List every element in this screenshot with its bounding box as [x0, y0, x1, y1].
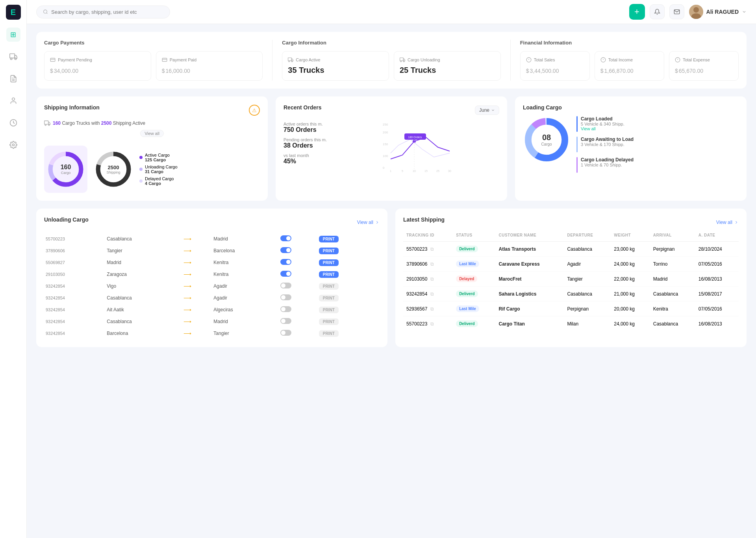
- cargo-view-all-link[interactable]: View all: [581, 126, 596, 131]
- table-row: 52936567 ⧉ Last Mile Rif Cargo Perpignan…: [403, 301, 739, 316]
- payment-paid-card: Payment Paid $16,000.00: [156, 51, 263, 81]
- month-selector[interactable]: June: [475, 105, 499, 115]
- copy-icon[interactable]: ⧉: [430, 261, 434, 267]
- date-cell: 28/10/2024: [695, 242, 739, 257]
- toggle-switch[interactable]: [280, 235, 291, 241]
- print-button[interactable]: PRINT: [319, 330, 339, 337]
- svg-text:1: 1: [390, 170, 391, 172]
- departure-cell: Perpignan: [564, 301, 611, 316]
- arrow-icon: ⟶: [182, 280, 212, 292]
- cargo-unloading-header: Cargo Unloading: [400, 57, 495, 63]
- orders-header: Recent Orders June: [284, 104, 499, 116]
- summary-row: Cargo Payments Payment Pending $34,000.0…: [36, 32, 747, 89]
- weight-cell: 23,000 kg: [611, 242, 650, 257]
- cargo-unloading-card: Cargo Unloading 25 Trucks: [394, 51, 501, 81]
- tracking-id: 93242854: [44, 304, 105, 316]
- print-button[interactable]: PRINT: [319, 259, 339, 266]
- total-sales-header: Total Sales: [526, 57, 584, 63]
- shipping-view-all-btn[interactable]: View all: [716, 220, 739, 225]
- print-button[interactable]: PRINT: [319, 271, 339, 278]
- payment-paid-header: Payment Paid: [162, 57, 257, 63]
- svg-line-10: [46, 13, 47, 14]
- legend-dot: [139, 168, 143, 171]
- print-button[interactable]: PRINT: [319, 318, 339, 325]
- sidebar-item-settings[interactable]: [6, 138, 20, 152]
- date-cell: 07/05/2016: [695, 301, 739, 316]
- legend-item: Delayed Cargo4 Cargo: [139, 176, 178, 186]
- notification-bell-button[interactable]: [650, 4, 665, 19]
- content-area: Cargo Payments Payment Pending $34,000.0…: [27, 24, 756, 538]
- toggle-switch[interactable]: [280, 306, 291, 312]
- svg-point-23: [403, 61, 404, 62]
- toggle-switch[interactable]: [280, 259, 291, 265]
- svg-point-35: [48, 124, 50, 126]
- sidebar-item-history[interactable]: [6, 116, 20, 130]
- sidebar: E ⊞: [0, 0, 27, 538]
- column-header: WEIGHT: [611, 233, 650, 242]
- copy-icon[interactable]: ⧉: [430, 291, 434, 297]
- customer-cell: Atlas Transports: [495, 242, 564, 257]
- status-cell: Delayed: [453, 272, 495, 287]
- weight-cell: 20,000 kg: [611, 301, 650, 316]
- cargo-payments-title: Cargo Payments: [44, 40, 263, 46]
- cargo-detail-text: Cargo Loaded 5 Vehicle & 340 Shipp. View…: [581, 116, 624, 132]
- user-name: Ali RAGUED: [706, 9, 739, 15]
- copy-icon[interactable]: ⧉: [430, 306, 434, 312]
- toggle-switch[interactable]: [280, 294, 291, 300]
- from-city: Casablanca: [105, 233, 182, 245]
- search-input[interactable]: [51, 9, 163, 15]
- cargo-unloading-icon: [400, 57, 405, 63]
- loading-cargo-donut-label: 08 Cargo: [541, 133, 552, 146]
- sidebar-item-users[interactable]: [6, 94, 20, 108]
- column-header: ARRIVAL: [650, 233, 695, 242]
- svg-point-2: [15, 58, 16, 59]
- svg-rect-16: [162, 58, 167, 61]
- cargo-detail-item: Cargo Loading Delayed 1 Vehicle & 70 Shi…: [576, 157, 739, 173]
- to-city: Kenitra: [212, 257, 278, 268]
- unloading-view-all[interactable]: View all: [357, 220, 380, 225]
- avatar: [689, 5, 703, 19]
- cargo-legend: Active Cargo125 CargoUnloading Cargo31 C…: [139, 153, 178, 186]
- user-profile[interactable]: Ali RAGUED: [689, 5, 747, 19]
- svg-point-9: [44, 10, 47, 13]
- sidebar-item-dashboard[interactable]: ⊞: [6, 28, 20, 42]
- table-row: 55700223 ⧉ Deliverd Cargo Titan Milan 24…: [403, 316, 739, 331]
- toggle-switch[interactable]: [280, 318, 291, 324]
- toggle-switch[interactable]: [280, 271, 291, 277]
- sidebar-item-documents[interactable]: [6, 72, 20, 86]
- toggle-switch[interactable]: [280, 330, 291, 336]
- print-button[interactable]: PRINT: [319, 295, 339, 301]
- chevron-right-icon: [734, 220, 739, 225]
- arrow-icon: ⟶: [182, 245, 212, 257]
- shipping-view-all[interactable]: View all: [140, 130, 164, 137]
- arrival-cell: Casablanca: [650, 287, 695, 301]
- toggle-switch[interactable]: [280, 247, 291, 253]
- add-button[interactable]: +: [629, 4, 645, 20]
- payment-paid-value: $16,000.00: [162, 66, 257, 75]
- email-button[interactable]: [669, 4, 684, 19]
- table-row: 29103050 Zaragoza ⟶ Kenitra PRINT: [44, 268, 380, 280]
- pending-orders-stat: Pending orders this m. 38 Orders: [284, 137, 339, 149]
- svg-point-6: [12, 98, 15, 101]
- print-button[interactable]: PRINT: [319, 236, 339, 242]
- weight-cell: 24,000 kg: [611, 257, 650, 272]
- tracking-id: 37890606: [44, 245, 105, 257]
- tracking-id: 93242854: [44, 280, 105, 292]
- copy-icon[interactable]: ⧉: [430, 321, 434, 327]
- tracking-id: 55069827: [44, 257, 105, 268]
- svg-point-8: [12, 144, 14, 146]
- print-button[interactable]: PRINT: [319, 307, 339, 313]
- print-button[interactable]: PRINT: [319, 248, 339, 254]
- date-cell: 07/05/2016: [695, 257, 739, 272]
- toggle-switch[interactable]: [280, 283, 291, 288]
- copy-icon[interactable]: ⧉: [430, 246, 434, 252]
- column-header: STATUS: [453, 233, 495, 242]
- copy-icon[interactable]: ⧉: [430, 276, 434, 282]
- cargo-detail-bar: [576, 116, 578, 132]
- cargo-info-section: Cargo Information Cargo Active 35 Trucks…: [272, 40, 500, 81]
- sidebar-item-trucks[interactable]: [6, 50, 20, 64]
- svg-point-19: [289, 61, 290, 62]
- dashboard-grid: Shipping Information ⚠ 160 Cargo Trucks …: [36, 96, 747, 201]
- search-box[interactable]: [36, 6, 170, 18]
- print-button[interactable]: PRINT: [319, 283, 339, 290]
